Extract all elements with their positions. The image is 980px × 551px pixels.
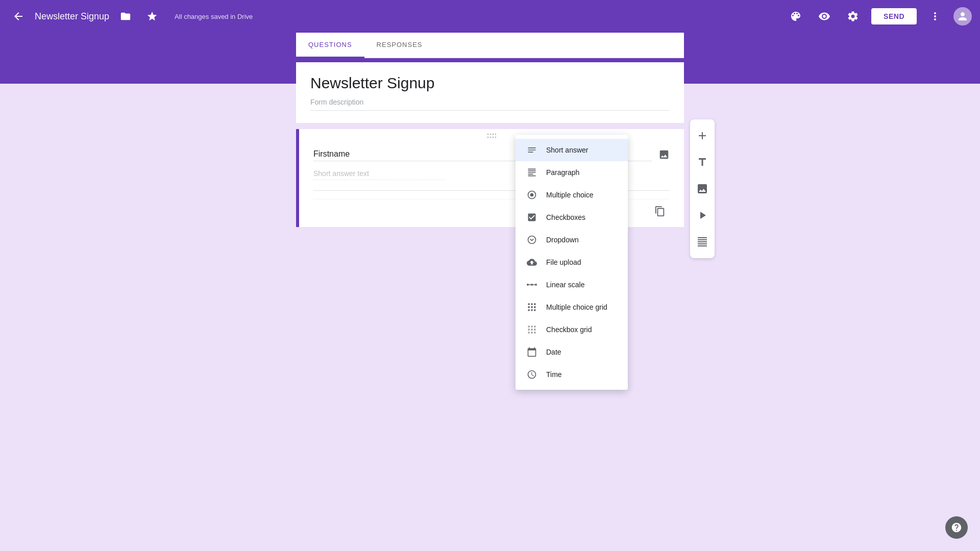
- date-label: Date: [546, 348, 561, 356]
- paragraph-label: Paragraph: [546, 168, 579, 177]
- svg-point-1: [490, 134, 492, 135]
- dropdown-item-checkboxes[interactable]: Checkboxes: [516, 206, 628, 229]
- checkboxes-label: Checkboxes: [546, 213, 585, 221]
- add-question-button[interactable]: [690, 123, 715, 148]
- checkbox-grid-icon: [526, 323, 538, 336]
- dropdown-item-short-answer[interactable]: Short answer: [516, 139, 628, 161]
- dropdown-item-date[interactable]: Date: [516, 341, 628, 363]
- svg-point-10: [528, 236, 536, 244]
- linear-scale-icon: [526, 279, 538, 291]
- linear-scale-label: Linear scale: [546, 281, 585, 289]
- dropdown-item-time[interactable]: Time: [516, 363, 628, 386]
- multiple-choice-label: Multiple choice: [546, 191, 594, 199]
- form-header-card: Newsletter Signup Form description: [296, 58, 684, 123]
- add-section-button[interactable]: [690, 230, 715, 254]
- main-area: QUESTIONS RESPONSES Newsletter Signup Fo…: [0, 33, 980, 551]
- dropdown-icon: [526, 234, 538, 246]
- folder-button[interactable]: [115, 6, 136, 27]
- header-left: Newsletter Signup All changes saved in D…: [8, 6, 786, 27]
- short-answer-label: Short answer: [546, 146, 588, 154]
- multiple-choice-icon: [526, 189, 538, 201]
- svg-point-15: [535, 284, 537, 286]
- form-description[interactable]: Form description: [310, 98, 670, 111]
- time-label: Time: [546, 370, 562, 379]
- tabs-bar: QUESTIONS RESPONSES: [296, 33, 684, 58]
- more-button[interactable]: [925, 6, 945, 27]
- tab-responses[interactable]: RESPONSES: [364, 33, 435, 58]
- form-title-header: Newsletter Signup: [35, 11, 109, 22]
- dropdown-item-linear-scale[interactable]: Linear scale: [516, 273, 628, 296]
- svg-point-9: [530, 193, 534, 197]
- svg-point-11: [527, 284, 529, 286]
- date-icon: [526, 346, 538, 358]
- dropdown-item-multiple-choice-grid[interactable]: Multiple choice grid: [516, 296, 628, 318]
- checkbox-grid-label: Checkbox grid: [546, 325, 592, 334]
- right-sidebar: [690, 119, 715, 258]
- dropdown-label: Dropdown: [546, 236, 579, 244]
- dropdown-item-multiple-choice[interactable]: Multiple choice: [516, 184, 628, 206]
- svg-point-7: [495, 137, 497, 138]
- header-right: SEND: [786, 6, 972, 27]
- question-type-dropdown: Short answer Paragraph Multiple choice: [516, 135, 628, 390]
- short-answer-placeholder: Short answer text: [313, 169, 446, 180]
- svg-point-13: [531, 284, 533, 286]
- back-button[interactable]: [8, 6, 29, 27]
- settings-button[interactable]: [843, 6, 863, 27]
- send-button[interactable]: SEND: [871, 8, 917, 24]
- help-button[interactable]: [945, 516, 968, 539]
- svg-point-6: [493, 137, 494, 138]
- time-icon: [526, 368, 538, 381]
- add-title-button[interactable]: [690, 150, 715, 174]
- tab-questions[interactable]: QUESTIONS: [296, 33, 364, 58]
- dropdown-item-dropdown[interactable]: Dropdown: [516, 229, 628, 251]
- dropdown-item-checkbox-grid[interactable]: Checkbox grid: [516, 318, 628, 341]
- svg-point-2: [493, 134, 494, 135]
- palette-button[interactable]: [786, 6, 806, 27]
- svg-point-4: [487, 137, 489, 138]
- svg-point-3: [495, 134, 497, 135]
- drag-handle[interactable]: [487, 133, 496, 138]
- duplicate-question-button[interactable]: [650, 204, 670, 219]
- file-upload-icon: [526, 256, 538, 268]
- checkboxes-icon: [526, 211, 538, 223]
- svg-point-5: [490, 137, 492, 138]
- form-main-title: Newsletter Signup: [310, 74, 670, 92]
- svg-point-0: [487, 134, 489, 135]
- dropdown-item-file-upload[interactable]: File upload: [516, 251, 628, 273]
- avatar[interactable]: [953, 7, 972, 26]
- short-answer-icon: [526, 144, 538, 156]
- saved-status: All changes saved in Drive: [175, 13, 253, 20]
- app-header: Newsletter Signup All changes saved in D…: [0, 0, 980, 33]
- add-image-button[interactable]: [690, 177, 715, 201]
- multiple-choice-grid-label: Multiple choice grid: [546, 303, 607, 311]
- multiple-choice-grid-icon: [526, 301, 538, 313]
- star-button[interactable]: [142, 6, 162, 27]
- add-video-button[interactable]: [690, 203, 715, 228]
- paragraph-icon: [526, 166, 538, 179]
- dropdown-item-paragraph[interactable]: Paragraph: [516, 161, 628, 184]
- add-image-to-question-button[interactable]: [658, 148, 670, 161]
- preview-button[interactable]: [814, 6, 835, 27]
- file-upload-label: File upload: [546, 258, 581, 266]
